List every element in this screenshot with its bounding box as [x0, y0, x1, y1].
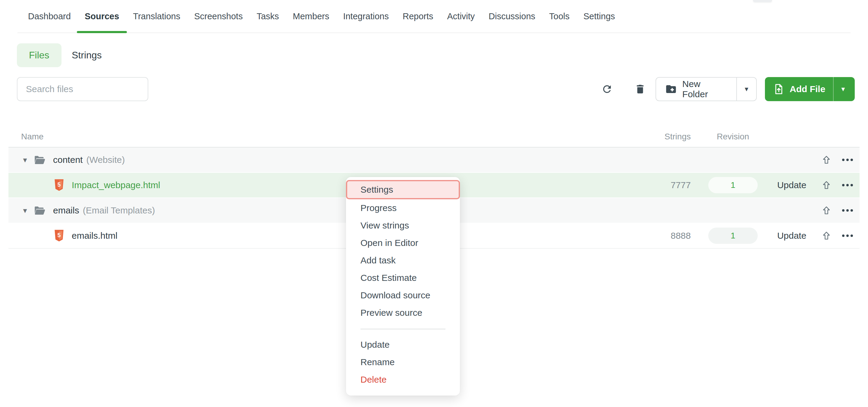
nav-item-tools[interactable]: Tools [542, 0, 577, 33]
svg-text:5: 5 [58, 181, 61, 188]
search-input[interactable] [17, 77, 148, 101]
nav-item-sources[interactable]: Sources [78, 0, 126, 33]
html5-file-icon: 5 [54, 229, 64, 242]
update-link[interactable]: Update [777, 231, 807, 241]
upload-arrow-icon[interactable] [817, 180, 835, 190]
caret-down-icon[interactable]: ▾ [20, 206, 30, 215]
file-upload-icon [773, 83, 785, 95]
menu-item-update[interactable]: Update [346, 336, 460, 353]
menu-item-settings[interactable]: Settings [346, 180, 460, 199]
file-name[interactable]: emails.html [72, 231, 118, 241]
nav-item-tasks[interactable]: Tasks [250, 0, 286, 33]
context-menu: Settings Progress View strings Open in E… [346, 177, 460, 396]
nav-item-activity[interactable]: Activity [440, 0, 482, 33]
menu-item-view-strings[interactable]: View strings [346, 217, 460, 234]
delete-selected-button[interactable] [632, 81, 649, 98]
menu-item-open-in-editor[interactable]: Open in Editor [346, 234, 460, 252]
upload-arrow-icon[interactable] [817, 155, 835, 165]
nav-item-discussions[interactable]: Discussions [482, 0, 542, 33]
file-name[interactable]: Impact_webpage.html [72, 180, 160, 190]
nav-item-reports[interactable]: Reports [396, 0, 440, 33]
more-dots-icon[interactable] [835, 159, 860, 161]
column-header-revision: Revision [700, 132, 766, 141]
upload-arrow-icon[interactable] [817, 205, 835, 215]
update-link[interactable]: Update [777, 180, 807, 190]
nav-item-screenshots[interactable]: Screenshots [187, 0, 250, 33]
menu-item-progress[interactable]: Progress [346, 199, 460, 217]
menu-item-preview-source[interactable]: Preview source [346, 304, 460, 321]
table-row-folder-content[interactable]: ▾ content (Website) [8, 147, 860, 173]
add-file-label: Add File [789, 84, 825, 94]
more-dots-icon[interactable] [835, 184, 860, 186]
chevron-down-icon: ▼ [744, 86, 749, 93]
refresh-button[interactable] [598, 81, 615, 98]
table-header: Name Strings Revision [8, 127, 860, 147]
menu-item-cost-estimate[interactable]: Cost Estimate [346, 269, 460, 286]
new-folder-button[interactable]: New Folder ▼ [655, 77, 757, 101]
folder-note: (Email Templates) [83, 205, 155, 215]
add-file-dropdown[interactable]: ▼ [834, 77, 852, 101]
nav-item-settings[interactable]: Settings [577, 0, 622, 33]
menu-item-delete[interactable]: Delete [346, 371, 460, 388]
more-dots-icon[interactable] [835, 209, 860, 212]
top-navigation: Dashboard Sources Translations Screensho… [18, 0, 850, 33]
nav-item-translations[interactable]: Translations [126, 0, 187, 33]
folder-name[interactable]: content [53, 155, 83, 165]
nav-item-members[interactable]: Members [286, 0, 336, 33]
folder-note: (Website) [86, 155, 125, 165]
revision-badge[interactable]: 1 [708, 177, 758, 193]
column-header-strings: Strings [649, 132, 700, 141]
nav-item-dashboard[interactable]: Dashboard [21, 0, 78, 33]
strings-count: 7777 [649, 180, 700, 190]
nav-item-integrations[interactable]: Integrations [336, 0, 396, 33]
chevron-down-icon: ▼ [840, 86, 846, 93]
more-dots-icon[interactable] [835, 235, 860, 237]
folder-name[interactable]: emails [53, 205, 79, 215]
svg-text:5: 5 [58, 232, 61, 238]
tab-strings[interactable]: Strings [69, 43, 105, 67]
tab-files[interactable]: Files [17, 43, 61, 67]
folder-open-icon[interactable] [33, 154, 46, 166]
menu-divider [361, 329, 445, 329]
trash-icon [634, 83, 646, 95]
revision-badge[interactable]: 1 [708, 228, 758, 244]
column-header-name: Name [8, 132, 649, 141]
upload-arrow-icon[interactable] [817, 231, 835, 241]
folder-open-icon[interactable] [33, 204, 46, 217]
new-folder-dropdown[interactable]: ▼ [737, 78, 756, 101]
new-folder-label: New Folder [682, 79, 727, 99]
menu-item-rename[interactable]: Rename [346, 353, 460, 371]
caret-down-icon[interactable]: ▾ [20, 155, 30, 165]
folder-plus-icon [665, 83, 677, 95]
strings-count: 8888 [649, 231, 700, 241]
partial-popover-edge [753, 0, 772, 2]
html5-file-icon: 5 [54, 179, 64, 192]
menu-item-download-source[interactable]: Download source [346, 286, 460, 304]
menu-item-add-task[interactable]: Add task [346, 252, 460, 269]
refresh-icon [601, 83, 613, 95]
add-file-button[interactable]: Add File ▼ [765, 77, 855, 101]
